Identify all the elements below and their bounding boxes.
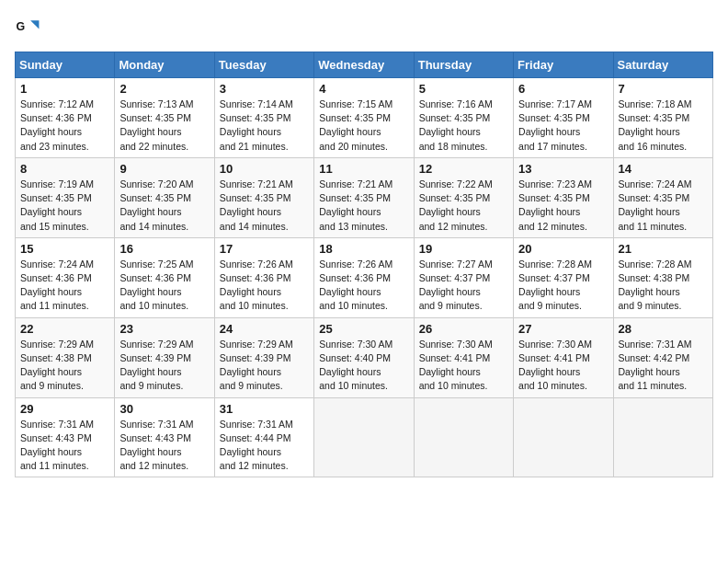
calendar-cell: 22Sunrise: 7:29 AMSunset: 4:38 PMDayligh… — [16, 317, 115, 397]
calendar-cell: 21Sunrise: 7:28 AMSunset: 4:38 PMDayligh… — [613, 237, 712, 317]
calendar-cell: 17Sunrise: 7:26 AMSunset: 4:36 PMDayligh… — [214, 237, 313, 317]
day-info: Sunrise: 7:14 AMSunset: 4:35 PMDaylight … — [220, 98, 309, 154]
day-number: 15 — [20, 242, 109, 256]
day-info: Sunrise: 7:29 AMSunset: 4:39 PMDaylight … — [220, 338, 309, 394]
weekday-header-sunday: Sunday — [16, 52, 115, 78]
day-number: 23 — [119, 322, 209, 336]
day-number: 16 — [119, 242, 209, 256]
day-number: 20 — [518, 242, 608, 256]
day-number: 12 — [419, 162, 508, 176]
day-info: Sunrise: 7:21 AMSunset: 4:35 PMDaylight … — [220, 178, 309, 234]
day-number: 6 — [518, 82, 608, 96]
calendar-cell: 7Sunrise: 7:18 AMSunset: 4:35 PMDaylight… — [613, 78, 712, 158]
calendar-cell: 15Sunrise: 7:24 AMSunset: 4:36 PMDayligh… — [16, 237, 115, 317]
day-number: 13 — [518, 162, 608, 176]
day-info: Sunrise: 7:25 AMSunset: 4:36 PMDaylight … — [119, 258, 209, 314]
calendar-cell: 12Sunrise: 7:22 AMSunset: 4:35 PMDayligh… — [414, 157, 513, 237]
calendar-cell: 16Sunrise: 7:25 AMSunset: 4:36 PMDayligh… — [115, 237, 214, 317]
calendar-cell: 1Sunrise: 7:12 AMSunset: 4:36 PMDaylight… — [16, 78, 115, 158]
day-info: Sunrise: 7:31 AMSunset: 4:43 PMDaylight … — [119, 418, 209, 474]
calendar-cell: 28Sunrise: 7:31 AMSunset: 4:42 PMDayligh… — [613, 317, 712, 397]
day-number: 22 — [20, 322, 109, 336]
day-number: 24 — [220, 322, 309, 336]
day-number: 17 — [220, 242, 309, 256]
day-number: 31 — [220, 402, 309, 416]
weekday-header-row: SundayMondayTuesdayWednesdayThursdayFrid… — [16, 52, 713, 78]
calendar-cell — [314, 397, 414, 477]
calendar-table: SundayMondayTuesdayWednesdayThursdayFrid… — [15, 52, 713, 477]
logo: G — [15, 15, 44, 40]
day-info: Sunrise: 7:24 AMSunset: 4:35 PMDaylight … — [619, 178, 708, 234]
calendar-cell: 2Sunrise: 7:13 AMSunset: 4:35 PMDaylight… — [115, 78, 214, 158]
calendar-week-4: 22Sunrise: 7:29 AMSunset: 4:38 PMDayligh… — [16, 317, 713, 397]
calendar-cell: 13Sunrise: 7:23 AMSunset: 4:35 PMDayligh… — [514, 157, 613, 237]
calendar-cell: 25Sunrise: 7:30 AMSunset: 4:40 PMDayligh… — [314, 317, 414, 397]
day-number: 11 — [319, 162, 408, 176]
day-info: Sunrise: 7:30 AMSunset: 4:41 PMDaylight … — [518, 338, 608, 394]
calendar-week-5: 29Sunrise: 7:31 AMSunset: 4:43 PMDayligh… — [16, 397, 713, 477]
day-number: 2 — [119, 82, 209, 96]
day-info: Sunrise: 7:18 AMSunset: 4:35 PMDaylight … — [619, 98, 708, 154]
day-info: Sunrise: 7:31 AMSunset: 4:43 PMDaylight … — [20, 418, 109, 474]
day-number: 19 — [419, 242, 508, 256]
calendar-cell: 6Sunrise: 7:17 AMSunset: 4:35 PMDaylight… — [514, 78, 613, 158]
day-info: Sunrise: 7:15 AMSunset: 4:35 PMDaylight … — [319, 98, 408, 154]
calendar-cell: 14Sunrise: 7:24 AMSunset: 4:35 PMDayligh… — [613, 157, 712, 237]
calendar-cell: 5Sunrise: 7:16 AMSunset: 4:35 PMDaylight… — [414, 78, 513, 158]
weekday-header-thursday: Thursday — [414, 52, 513, 78]
day-info: Sunrise: 7:13 AMSunset: 4:35 PMDaylight … — [119, 98, 209, 154]
day-number: 26 — [419, 322, 508, 336]
day-number: 7 — [619, 82, 708, 96]
calendar-cell: 3Sunrise: 7:14 AMSunset: 4:35 PMDaylight… — [214, 78, 313, 158]
day-info: Sunrise: 7:12 AMSunset: 4:36 PMDaylight … — [20, 98, 109, 154]
calendar-cell: 19Sunrise: 7:27 AMSunset: 4:37 PMDayligh… — [414, 237, 513, 317]
day-info: Sunrise: 7:31 AMSunset: 4:44 PMDaylight … — [220, 418, 309, 474]
day-info: Sunrise: 7:26 AMSunset: 4:36 PMDaylight … — [319, 258, 408, 314]
calendar-cell: 26Sunrise: 7:30 AMSunset: 4:41 PMDayligh… — [414, 317, 513, 397]
day-number: 8 — [20, 162, 109, 176]
day-info: Sunrise: 7:24 AMSunset: 4:36 PMDaylight … — [20, 258, 109, 314]
day-info: Sunrise: 7:23 AMSunset: 4:35 PMDaylight … — [518, 178, 608, 234]
calendar-cell: 9Sunrise: 7:20 AMSunset: 4:35 PMDaylight… — [115, 157, 214, 237]
calendar-cell: 23Sunrise: 7:29 AMSunset: 4:39 PMDayligh… — [115, 317, 214, 397]
logo-icon: G — [15, 15, 40, 40]
weekday-header-saturday: Saturday — [613, 52, 712, 78]
day-info: Sunrise: 7:27 AMSunset: 4:37 PMDaylight … — [419, 258, 508, 314]
calendar-cell: 8Sunrise: 7:19 AMSunset: 4:35 PMDaylight… — [16, 157, 115, 237]
day-info: Sunrise: 7:20 AMSunset: 4:35 PMDaylight … — [119, 178, 209, 234]
day-info: Sunrise: 7:22 AMSunset: 4:35 PMDaylight … — [419, 178, 508, 234]
day-info: Sunrise: 7:29 AMSunset: 4:38 PMDaylight … — [20, 338, 109, 394]
weekday-header-wednesday: Wednesday — [314, 52, 414, 78]
svg-marker-1 — [30, 20, 39, 29]
day-info: Sunrise: 7:29 AMSunset: 4:39 PMDaylight … — [119, 338, 209, 394]
day-info: Sunrise: 7:28 AMSunset: 4:37 PMDaylight … — [518, 258, 608, 314]
day-info: Sunrise: 7:17 AMSunset: 4:35 PMDaylight … — [518, 98, 608, 154]
calendar-cell — [414, 397, 513, 477]
weekday-header-friday: Friday — [514, 52, 613, 78]
day-number: 4 — [319, 82, 408, 96]
day-number: 5 — [419, 82, 508, 96]
calendar-cell: 24Sunrise: 7:29 AMSunset: 4:39 PMDayligh… — [214, 317, 313, 397]
day-number: 28 — [619, 322, 708, 336]
calendar-cell: 27Sunrise: 7:30 AMSunset: 4:41 PMDayligh… — [514, 317, 613, 397]
day-info: Sunrise: 7:19 AMSunset: 4:35 PMDaylight … — [20, 178, 109, 234]
day-number: 3 — [220, 82, 309, 96]
day-info: Sunrise: 7:30 AMSunset: 4:40 PMDaylight … — [319, 338, 408, 394]
calendar-week-3: 15Sunrise: 7:24 AMSunset: 4:36 PMDayligh… — [16, 237, 713, 317]
day-info: Sunrise: 7:26 AMSunset: 4:36 PMDaylight … — [220, 258, 309, 314]
calendar-cell — [514, 397, 613, 477]
day-number: 30 — [119, 402, 209, 416]
day-info: Sunrise: 7:30 AMSunset: 4:41 PMDaylight … — [419, 338, 508, 394]
calendar-week-1: 1Sunrise: 7:12 AMSunset: 4:36 PMDaylight… — [16, 78, 713, 158]
day-number: 18 — [319, 242, 408, 256]
day-number: 25 — [319, 322, 408, 336]
weekday-header-monday: Monday — [115, 52, 214, 78]
calendar-cell — [613, 397, 712, 477]
calendar-cell: 31Sunrise: 7:31 AMSunset: 4:44 PMDayligh… — [214, 397, 313, 477]
svg-text:G: G — [17, 20, 26, 33]
day-number: 27 — [518, 322, 608, 336]
calendar-cell: 29Sunrise: 7:31 AMSunset: 4:43 PMDayligh… — [16, 397, 115, 477]
calendar-cell: 10Sunrise: 7:21 AMSunset: 4:35 PMDayligh… — [214, 157, 313, 237]
day-number: 14 — [619, 162, 708, 176]
day-info: Sunrise: 7:31 AMSunset: 4:42 PMDaylight … — [619, 338, 708, 394]
